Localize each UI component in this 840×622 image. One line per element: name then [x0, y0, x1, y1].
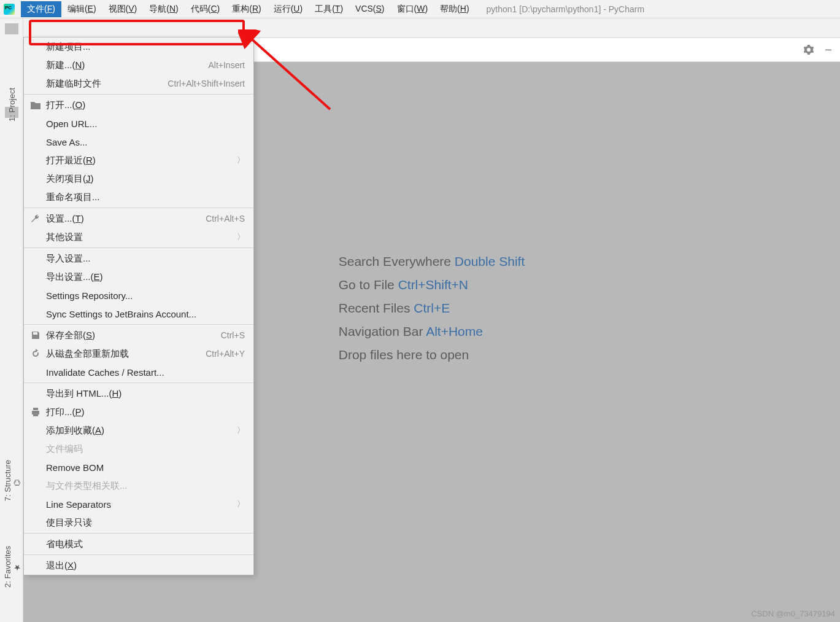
menu-item-label: Invalidate Caches / Restart... — [46, 367, 245, 378]
reload-icon — [30, 348, 41, 359]
star-icon: ★ — [12, 564, 21, 572]
menu-item[interactable]: Settings Repository... — [24, 286, 253, 305]
menu-文件[interactable]: 文件(F) — [21, 1, 61, 17]
menu-item-label: 新建项目... — [46, 41, 245, 53]
left-tool-rail: 1: Project 7: Structure ⌬ 2: Favorites ★ — [0, 18, 23, 622]
save-icon — [30, 330, 41, 341]
menu-item-label: Open URL... — [46, 119, 245, 129]
menu-shortcut: Alt+Insert — [208, 60, 245, 70]
menu-item-label: Remove BOM — [46, 462, 245, 473]
menu-item-label: 从磁盘全部重新加载 — [46, 348, 206, 360]
menu-item[interactable]: 新建临时文件Ctrl+Alt+Shift+Insert — [24, 74, 253, 93]
chevron-right-icon: 〉 — [237, 155, 245, 166]
menu-item[interactable]: Sync Settings to JetBrains Account... — [24, 305, 253, 323]
menu-item[interactable]: 使目录只读 — [24, 513, 253, 532]
folder-icon — [30, 99, 41, 111]
menu-item-label: 使目录只读 — [46, 517, 245, 529]
menu-item[interactable]: Line Separators〉 — [24, 495, 253, 513]
menu-编辑[interactable]: 编辑(E) — [61, 1, 102, 17]
menu-item: 与文件类型相关联... — [24, 476, 253, 495]
shortcut: Alt+Home — [426, 324, 483, 338]
menu-separator — [24, 247, 253, 248]
menu-separator — [24, 324, 253, 325]
menu-导航[interactable]: 导航(N) — [143, 1, 184, 17]
menu-VCS[interactable]: VCS(S) — [349, 1, 390, 17]
menu-item-label: 重命名项目... — [46, 192, 245, 203]
menu-item[interactable]: 导入设置... — [24, 249, 253, 268]
menu-item[interactable]: 导出到 HTML...(H) — [24, 384, 253, 403]
menu-item-label: 文件编码 — [46, 443, 245, 455]
menu-item-label: 导入设置... — [46, 253, 245, 265]
menu-item: 文件编码 — [24, 440, 253, 458]
shortcut: Ctrl+E — [414, 301, 450, 315]
menu-bar: 文件(F)编辑(E)视图(V)导航(N)代码(C)重构(R)运行(U)工具(T)… — [0, 0, 840, 18]
menu-运行[interactable]: 运行(U) — [268, 1, 309, 17]
menu-重构[interactable]: 重构(R) — [226, 1, 267, 17]
menu-item[interactable]: 打开...(O) — [24, 96, 253, 114]
menu-item-label: 打开最近(R) — [46, 155, 233, 166]
menu-separator — [24, 383, 253, 383]
welcome-hints: Search Everywhere Double Shift Go to Fil… — [339, 246, 525, 371]
menu-代码[interactable]: 代码(C) — [185, 1, 226, 17]
menu-item-label: 保存全部(S) — [46, 330, 221, 341]
menu-item[interactable]: Remove BOM — [24, 458, 253, 476]
navigation-bar[interactable] — [23, 18, 840, 38]
watermark: CSDN @m0_73479194 — [751, 609, 835, 618]
print-icon — [30, 406, 41, 418]
menu-item-label: 新建临时文件 — [46, 78, 168, 90]
menu-item-label: Line Separators — [46, 499, 233, 510]
menu-item-label: 新建...(N) — [46, 60, 208, 71]
menu-shortcut: Ctrl+Alt+Shift+Insert — [168, 79, 245, 88]
tool-tab-favorites[interactable]: 2: Favorites ★ — [0, 530, 23, 604]
menu-item[interactable]: 省电模式 — [24, 535, 253, 553]
menu-item[interactable]: 从磁盘全部重新加载Ctrl+Alt+Y — [24, 344, 253, 363]
menu-separator — [24, 208, 253, 208]
menu-工具[interactable]: 工具(T) — [309, 1, 349, 17]
minimize-icon[interactable]: − — [822, 43, 835, 56]
menu-shortcut: Ctrl+Alt+Y — [206, 349, 245, 359]
wrench-icon — [30, 213, 41, 224]
menu-item[interactable]: 打印...(P) — [24, 403, 253, 421]
window-title: python1 [D:\pycharm\python1] - PyCharm — [487, 4, 645, 14]
menu-帮助[interactable]: 帮助(H) — [434, 1, 475, 17]
pycharm-icon — [4, 4, 15, 15]
menu-item-label: 导出到 HTML...(H) — [46, 388, 245, 400]
menu-item[interactable]: 新建项目... — [24, 37, 253, 56]
menu-item[interactable]: Save As... — [24, 133, 253, 151]
file-menu-dropdown: 新建项目...新建...(N)Alt+Insert新建临时文件Ctrl+Alt+… — [23, 37, 254, 575]
menu-shortcut: Ctrl+S — [221, 330, 245, 340]
menu-item[interactable]: 打开最近(R)〉 — [24, 151, 253, 169]
menu-item-label: 导出设置...(E) — [46, 271, 245, 283]
tool-tab-project[interactable]: 1: Project — [0, 68, 23, 141]
menu-shortcut: Ctrl+Alt+S — [206, 214, 245, 224]
menu-item-label: 打开...(O) — [46, 99, 245, 111]
menu-item[interactable]: 其他设置〉 — [24, 228, 253, 246]
shortcut: Ctrl+Shift+N — [398, 278, 468, 292]
menu-separator — [24, 554, 253, 555]
tool-tab-structure[interactable]: 7: Structure ⌬ — [0, 444, 23, 518]
menu-item[interactable]: 关闭项目(J) — [24, 169, 253, 188]
menu-窗口[interactable]: 窗口(W) — [391, 1, 434, 17]
menu-item-label: Settings Repository... — [46, 290, 245, 301]
chevron-right-icon: 〉 — [237, 425, 245, 436]
menu-item[interactable]: 保存全部(S)Ctrl+S — [24, 326, 253, 344]
menu-item-label: Save As... — [46, 137, 245, 147]
menu-item-label: 设置...(T) — [46, 213, 206, 225]
gear-icon[interactable] — [802, 43, 815, 56]
menu-item-label: 添加到收藏(A) — [46, 425, 233, 437]
menu-item[interactable]: 导出设置...(E) — [24, 268, 253, 286]
folder-icon — [5, 23, 18, 34]
menu-item[interactable]: 设置...(T)Ctrl+Alt+S — [24, 209, 253, 228]
menu-item-label: 与文件类型相关联... — [46, 480, 245, 492]
menu-item[interactable]: Open URL... — [24, 114, 253, 133]
menu-item-label: 关闭项目(J) — [46, 173, 245, 185]
menu-item[interactable]: 重命名项目... — [24, 188, 253, 206]
menu-item[interactable]: 新建...(N)Alt+Insert — [24, 56, 253, 74]
structure-icon: ⌬ — [12, 478, 21, 486]
chevron-right-icon: 〉 — [237, 499, 245, 510]
menu-item[interactable]: 添加到收藏(A)〉 — [24, 421, 253, 440]
menu-item[interactable]: Invalidate Caches / Restart... — [24, 363, 253, 381]
menu-视图[interactable]: 视图(V) — [102, 1, 144, 17]
menu-item[interactable]: 退出(X) — [24, 556, 253, 575]
menu-item-label: 其他设置 — [46, 231, 233, 243]
